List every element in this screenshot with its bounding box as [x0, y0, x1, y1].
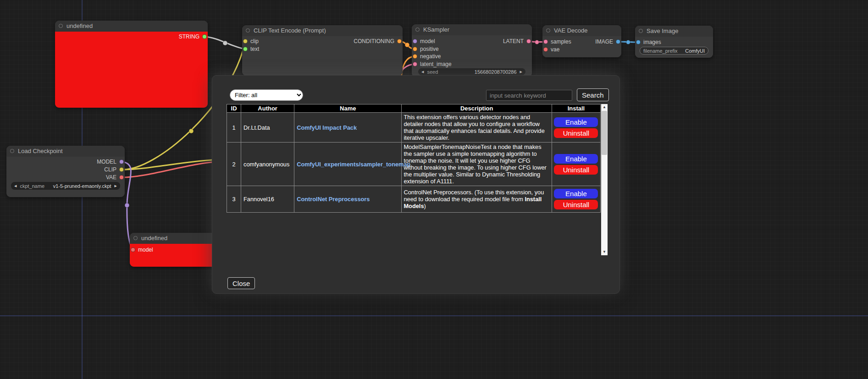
collapse-dot-icon[interactable] — [133, 236, 138, 240]
enable-button[interactable]: Enable — [554, 117, 598, 127]
table-header-row: ID Author Name Description Install — [227, 104, 601, 113]
link-midpoint-dot — [405, 43, 409, 47]
node-save-image[interactable]: Save Image images filename_prefix ComfyU… — [635, 26, 713, 58]
input-port-positive[interactable] — [413, 47, 417, 51]
close-button[interactable]: Close — [227, 277, 255, 289]
input-port-model[interactable] — [413, 39, 417, 44]
output-port-clip[interactable] — [119, 167, 124, 172]
wire-clip-to-hidden-node — [122, 159, 220, 170]
extensions-table-body: 1 Dr.Lt.Data ComfyUI Impact Pack This ex… — [227, 113, 601, 213]
cell-description: This extension offers various detector n… — [402, 113, 552, 143]
enable-button[interactable]: Enable — [554, 189, 598, 198]
search-button[interactable]: Search — [577, 88, 609, 101]
extensions-table: ID Author Name Description Install 1 Dr.… — [227, 104, 601, 213]
input-port-negative[interactable] — [413, 54, 417, 59]
node-undefined-bottom[interactable]: undefined model — [130, 233, 219, 267]
output-port-string[interactable] — [202, 34, 207, 39]
scrollbar-thumb[interactable] — [602, 111, 607, 155]
cell-description: ControlNet Preprocessors. (To use this e… — [402, 186, 552, 213]
link-midpoint-dot — [626, 40, 630, 44]
cell-author: Dr.Lt.Data — [241, 113, 294, 143]
node-title: undefined — [141, 235, 167, 242]
next-arrow-icon[interactable]: ▶ — [115, 184, 117, 188]
input-port-clip[interactable] — [243, 39, 248, 44]
input-port-images[interactable] — [636, 40, 641, 44]
node-title: Save Image — [647, 27, 678, 34]
input-port-latent-image[interactable] — [413, 62, 417, 66]
collapse-dot-icon[interactable] — [639, 29, 643, 33]
node-title: VAE Decode — [554, 27, 587, 34]
increment-arrow-icon[interactable]: ▶ — [520, 70, 522, 74]
input-port-samples[interactable] — [543, 39, 548, 44]
cell-install: Enable Uninstall — [552, 186, 600, 213]
header-id: ID — [227, 104, 241, 113]
filter-select[interactable]: Filter: all — [230, 89, 303, 101]
previous-arrow-icon[interactable]: ◀ — [14, 184, 17, 188]
cell-install: Enable Uninstall — [552, 143, 600, 186]
node-clip-text-encode[interactable]: CLIP Text Encode (Prompt) clip text COND… — [242, 25, 403, 76]
header-name: Name — [294, 104, 402, 113]
node-title: Load Checkpoint — [18, 148, 63, 154]
header-description: Description — [402, 104, 552, 113]
collapse-dot-icon[interactable] — [10, 149, 14, 153]
node-title: KSampler — [423, 26, 449, 33]
custom-nodes-manager-dialog: Filter: all Search ID Author Name Descri… — [212, 75, 620, 294]
extension-name-link[interactable]: ComfyUI_experiments/sampler_tonemap — [297, 161, 410, 168]
node-ksampler[interactable]: KSampler model positive negative latent_… — [412, 24, 532, 77]
extension-name-link[interactable]: ControlNet Preprocessors — [297, 196, 370, 203]
input-port-text[interactable] — [243, 47, 248, 51]
cell-id: 1 — [227, 113, 241, 143]
link-midpoint-dot — [535, 40, 539, 44]
collapse-dot-icon[interactable] — [59, 24, 63, 28]
collapse-dot-icon[interactable] — [546, 28, 550, 33]
cell-author: Fannovel16 — [241, 186, 294, 213]
table-row: 1 Dr.Lt.Data ComfyUI Impact Pack This ex… — [227, 113, 601, 143]
search-input[interactable] — [486, 90, 572, 101]
cell-id: 2 — [227, 143, 241, 186]
link-midpoint-dot — [189, 129, 194, 133]
node-vae-decode[interactable]: VAE Decode samples vae IMAGE — [542, 25, 621, 57]
uninstall-button[interactable]: Uninstall — [554, 165, 598, 175]
decrement-arrow-icon[interactable]: ◀ — [421, 70, 424, 74]
uninstall-button[interactable]: Uninstall — [554, 128, 598, 138]
table-scrollbar[interactable]: ▲ ▼ — [601, 104, 608, 255]
input-port-vae[interactable] — [543, 47, 548, 52]
output-port-vae[interactable] — [119, 175, 124, 180]
uninstall-button[interactable]: Uninstall — [554, 200, 598, 209]
link-midpoint-dot — [223, 41, 227, 45]
output-port-model[interactable] — [119, 159, 124, 164]
scroll-down-icon[interactable]: ▼ — [601, 249, 608, 255]
output-port-conditioning[interactable] — [397, 39, 402, 44]
input-port-model[interactable] — [131, 247, 135, 252]
output-port-image[interactable] — [616, 39, 620, 44]
link-midpoint-dot — [125, 203, 129, 208]
enable-button[interactable]: Enable — [554, 154, 598, 164]
header-author: Author — [241, 104, 294, 113]
cell-description: ModelSamplerTonemapNoiseTest a node that… — [402, 143, 552, 186]
cell-install: Enable Uninstall — [552, 113, 600, 143]
header-install: Install — [552, 104, 600, 113]
seed-widget[interactable]: ◀ seed 156680208700286 ▶ — [418, 68, 525, 75]
node-load-checkpoint[interactable]: Load Checkpoint MODEL CLIP VAE ◀ ckpt_na… — [6, 146, 125, 197]
filename-prefix-widget[interactable]: filename_prefix ComfyUI — [640, 47, 708, 55]
cell-author: comfyanonymous — [241, 143, 294, 186]
scroll-up-icon[interactable]: ▲ — [601, 104, 608, 110]
output-port-latent[interactable] — [526, 39, 531, 44]
collapse-dot-icon[interactable] — [415, 27, 420, 32]
node-undefined-top[interactable]: undefined STRING — [55, 21, 208, 108]
cell-id: 3 — [227, 186, 241, 213]
ckpt-name-widget[interactable]: ◀ ckpt_name v1-5-pruned-emaonly.ckpt ▶ — [11, 182, 120, 190]
node-graph-canvas[interactable]: undefined STRING CLIP Text Encode (Promp… — [0, 0, 868, 379]
table-row: 3 Fannovel16 ControlNet Preprocessors Co… — [227, 186, 601, 213]
node-title: CLIP Text Encode (Prompt) — [254, 27, 326, 34]
node-title: undefined — [66, 22, 93, 29]
collapse-dot-icon[interactable] — [246, 28, 250, 33]
table-row: 2 comfyanonymous ComfyUI_experiments/sam… — [227, 143, 601, 186]
extension-name-link[interactable]: ComfyUI Impact Pack — [297, 124, 357, 131]
